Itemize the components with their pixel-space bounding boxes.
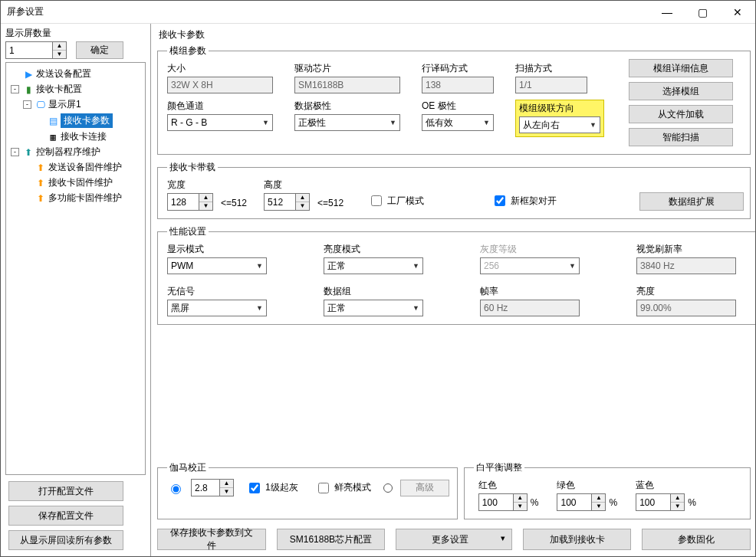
params-icon: ▤ <box>47 115 59 127</box>
disabled-radio <box>383 483 393 493</box>
module-size-field: 32W X 8H <box>167 77 273 93</box>
tree-send-device-cfg[interactable]: ▶ 发送设备配置 <box>9 67 143 81</box>
gamma-spinner[interactable]: ▲▼ <box>191 479 234 496</box>
tree-recv-card-fw[interactable]: ⬆ 接收卡固件维护 <box>21 175 143 190</box>
module-decode-field: 138 <box>422 77 494 93</box>
data-group-expand-button[interactable]: 数据组扩展 <box>639 192 744 211</box>
module-params-group: 模组参数 大小 32W X 8H 驱动芯片 SM16188B <box>157 44 751 155</box>
module-cascade-highlight: 模组级联方向 从左向右 <box>515 100 604 137</box>
gray1-checkbox[interactable]: 1级起灰 <box>246 480 298 496</box>
screen-count-spinner[interactable]: ▲▼ <box>5 41 67 59</box>
upload-icon: ⬆ <box>35 192 47 205</box>
save-recv-params-button[interactable]: 保存接收卡参数到文件 <box>157 529 266 550</box>
grid-icon: ▦ <box>47 131 59 143</box>
fps-field: 60 Hz <box>480 300 580 316</box>
upload-icon: ⬆ <box>22 146 35 159</box>
wb-red-spinner[interactable]: ▲▼ <box>478 493 528 511</box>
gamma-radio[interactable] <box>171 484 181 494</box>
upload-icon: ⬆ <box>35 162 47 174</box>
monitor-icon: 🖵 <box>35 99 47 111</box>
capacity-group: 接收卡带载 宽度 ▲▼ <=512 高度 ▲▼ <box>157 161 751 219</box>
gray-level-select: 256 <box>480 257 580 274</box>
datagroup-select[interactable]: 正常 <box>324 300 423 316</box>
collapse-icon[interactable]: - <box>11 85 19 93</box>
screen-count-input[interactable] <box>6 42 52 58</box>
tree-multifunc-fw[interactable]: ⬆ 多功能卡固件维护 <box>21 191 143 205</box>
refresh-rate-field: 3840 Hz <box>636 257 736 274</box>
collapse-icon[interactable]: - <box>11 148 19 156</box>
performance-group: 性能设置 显示模式 PWM 亮度模式 正常 灰度等级 256 <box>157 225 755 325</box>
module-oe-select[interactable]: 低有效 <box>422 114 494 131</box>
config-tree: ▶ 发送设备配置 - ▮ 接收卡配置 - <box>5 62 146 475</box>
new-frame-checkbox[interactable]: 新框架对开 <box>491 193 557 208</box>
tree-screen1[interactable]: - 🖵 显示屏1 <box>21 97 143 112</box>
no-signal-select[interactable]: 黑屏 <box>167 300 267 316</box>
close-button[interactable]: ✕ <box>720 1 755 23</box>
play-icon: ▶ <box>22 68 35 80</box>
tree-controller-fw[interactable]: - ⬆ 控制器程序维护 <box>9 145 143 159</box>
white-balance-group: 白平衡调整 红色 ▲▼ % <box>464 461 751 519</box>
confirm-button[interactable]: 确定 <box>76 41 123 59</box>
wb-blue-spinner[interactable]: ▲▼ <box>636 493 685 511</box>
param-solidify-button[interactable]: 参数固化 <box>642 529 751 550</box>
tree-send-device-fw[interactable]: ⬆ 发送设备固件维护 <box>21 160 143 175</box>
module-smart-scan-button[interactable]: 智能扫描 <box>629 128 733 146</box>
module-scan-field: 1/1 <box>515 77 587 93</box>
module-cascade-select[interactable]: 从左向右 <box>519 116 600 133</box>
gamma-group: 伽马校正 ▲▼ 1级起灰 鲜亮模式 <box>157 461 458 519</box>
module-select-button[interactable]: 选择模组 <box>629 82 733 100</box>
upload-icon: ⬆ <box>35 177 47 189</box>
more-settings-button[interactable]: 更多设置 <box>396 529 512 550</box>
display-mode-select[interactable]: PWM <box>167 257 267 274</box>
module-color-select[interactable]: R - G - B <box>167 114 273 131</box>
wb-green-spinner[interactable]: ▲▼ <box>557 493 606 511</box>
brightness-field: 99.00% <box>636 300 736 316</box>
module-load-file-button[interactable]: 从文件加载 <box>629 105 733 123</box>
hdr-checkbox[interactable]: 鲜亮模式 <box>315 480 371 496</box>
gamma-advanced-button: 高级 <box>400 480 449 496</box>
bright-mode-select[interactable]: 正常 <box>324 257 423 274</box>
factory-mode-checkbox[interactable]: 工厂模式 <box>368 193 424 208</box>
module-polarity-select[interactable]: 正极性 <box>294 114 400 131</box>
tree-recv-card-params[interactable]: ▤ 接收卡参数 <box>34 113 143 129</box>
titlebar: 屏参设置 — ▢ ✕ <box>1 1 755 24</box>
screen-count-label: 显示屏数量 <box>5 27 146 40</box>
load-to-card-button[interactable]: 加载到接收卡 <box>523 529 632 550</box>
maximize-button[interactable]: ▢ <box>685 1 720 23</box>
open-config-button[interactable]: 打开配置文件 <box>8 481 123 501</box>
width-spinner[interactable]: ▲▼ <box>167 193 213 211</box>
read-params-button[interactable]: 从显示屏回读所有参数 <box>8 530 123 550</box>
collapse-icon[interactable]: - <box>23 100 31 109</box>
module-chip-field: SM16188B <box>294 77 400 93</box>
module-detail-button[interactable]: 模组详细信息 <box>629 59 733 77</box>
save-config-button[interactable]: 保存配置文件 <box>8 506 123 526</box>
tree-recv-card-cfg[interactable]: - ▮ 接收卡配置 <box>9 82 143 97</box>
minimize-button[interactable]: — <box>649 1 685 23</box>
right-title: 接收卡参数 <box>157 27 751 43</box>
tree-recv-card-conn[interactable]: ▦ 接收卡连接 <box>34 129 143 144</box>
card-icon: ▮ <box>22 84 35 96</box>
window-title: 屏参设置 <box>7 5 649 18</box>
chip-config-button[interactable]: SM16188B芯片配置 <box>277 529 386 550</box>
height-spinner[interactable]: ▲▼ <box>264 193 310 211</box>
